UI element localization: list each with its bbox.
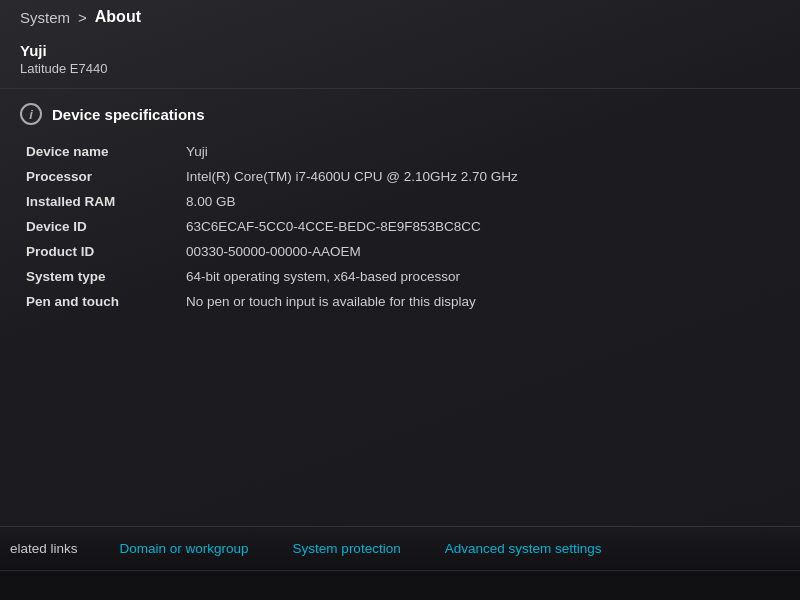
table-row: Pen and touchNo pen or touch input is av… [20, 289, 780, 314]
specs-header: i Device specifications [20, 103, 780, 125]
spec-key: Processor [20, 164, 180, 189]
spec-value: 00330-50000-00000-AAOEM [180, 239, 780, 264]
spec-value: Yuji [180, 139, 780, 164]
table-row: System type64-bit operating system, x64-… [20, 264, 780, 289]
system-protection-link[interactable]: System protection [271, 541, 423, 556]
spec-key: System type [20, 264, 180, 289]
spec-value: No pen or touch input is available for t… [180, 289, 780, 314]
table-row: Device nameYuji [20, 139, 780, 164]
spec-key: Installed RAM [20, 189, 180, 214]
breadcrumb-separator: > [78, 9, 87, 26]
breadcrumb: System > About [0, 0, 800, 32]
spec-key: Device ID [20, 214, 180, 239]
advanced-system-settings-link[interactable]: Advanced system settings [423, 541, 624, 556]
domain-workgroup-link[interactable]: Domain or workgroup [98, 541, 271, 556]
table-row: Installed RAM8.00 GB [20, 189, 780, 214]
device-model-label: Latitude E7440 [20, 61, 780, 76]
related-links-label: elated links [0, 541, 98, 556]
device-header: Yuji Latitude E7440 [0, 32, 800, 89]
settings-page: System > About Yuji Latitude E7440 i Dev… [0, 0, 800, 600]
specs-section: i Device specifications Device nameYujiP… [0, 89, 800, 526]
specs-title: Device specifications [52, 106, 205, 123]
spec-value: 8.00 GB [180, 189, 780, 214]
bottom-strip [0, 570, 800, 600]
spec-value: 63C6ECAF-5CC0-4CCE-BEDC-8E9F853BC8CC [180, 214, 780, 239]
breadcrumb-about: About [95, 8, 141, 26]
related-links-bar: elated links Domain or workgroup System … [0, 526, 800, 570]
spec-value: Intel(R) Core(TM) i7-4600U CPU @ 2.10GHz… [180, 164, 780, 189]
spec-key: Product ID [20, 239, 180, 264]
spec-key: Pen and touch [20, 289, 180, 314]
table-row: Product ID00330-50000-00000-AAOEM [20, 239, 780, 264]
device-name-label: Yuji [20, 42, 780, 59]
table-row: ProcessorIntel(R) Core(TM) i7-4600U CPU … [20, 164, 780, 189]
spec-key: Device name [20, 139, 180, 164]
breadcrumb-system[interactable]: System [20, 9, 70, 26]
specs-table: Device nameYujiProcessorIntel(R) Core(TM… [20, 139, 780, 314]
info-icon: i [20, 103, 42, 125]
table-row: Device ID63C6ECAF-5CC0-4CCE-BEDC-8E9F853… [20, 214, 780, 239]
spec-value: 64-bit operating system, x64-based proce… [180, 264, 780, 289]
